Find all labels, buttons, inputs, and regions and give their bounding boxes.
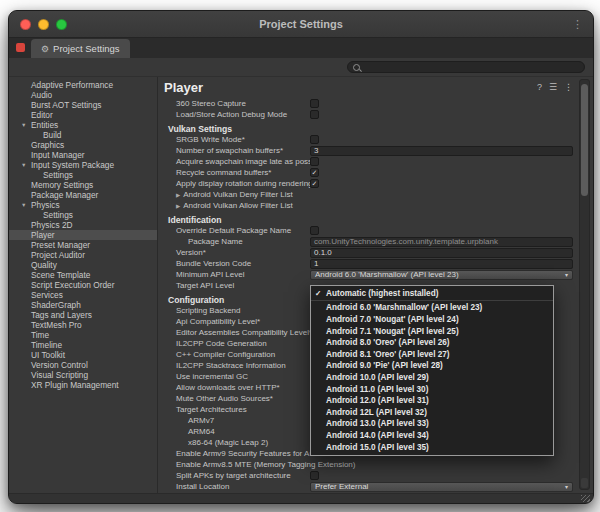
- popup-item-android-6-0-marshmallow-api-level-23[interactable]: Android 6.0 'Marshmallow' (API level 23): [311, 302, 553, 314]
- sidebar-item-xr-plugin-management[interactable]: XR Plugin Management: [9, 380, 157, 390]
- setting-label-text: Scripting Backend: [176, 306, 240, 315]
- foldout-open-icon[interactable]: ▼: [21, 162, 31, 168]
- text-field-version[interactable]: 0.1.0: [310, 248, 573, 258]
- sidebar-item-label: Adaptive Performance: [31, 80, 113, 90]
- text-field-number-of-swapchain-buffers[interactable]: 3: [310, 146, 573, 156]
- sidebar-item-tags-and-layers[interactable]: Tags and Layers: [9, 310, 157, 320]
- sidebar-item-ui-toolkit[interactable]: UI Toolkit: [9, 350, 157, 360]
- sidebar-item-project-auditor[interactable]: Project Auditor: [9, 250, 157, 260]
- sidebar-item-preset-manager[interactable]: Preset Manager: [9, 240, 157, 250]
- popup-item-android-10-0-api-level-29[interactable]: Android 10.0 (API level 29): [311, 372, 553, 384]
- sidebar-item-entities[interactable]: ▼Entities: [9, 120, 157, 130]
- checkbox-unchecked[interactable]: [310, 226, 319, 235]
- foldout-closed-icon[interactable]: ▶: [176, 192, 180, 198]
- sidebar: Adaptive PerformanceAudioBurst AOT Setti…: [9, 77, 158, 493]
- sidebar-item-audio[interactable]: Audio: [9, 90, 157, 100]
- popup-item-android-8-1-oreo-api-level-27[interactable]: Android 8.1 'Oreo' (API level 27): [311, 348, 553, 360]
- checkbox-unchecked[interactable]: [310, 110, 319, 119]
- zoom-button[interactable]: [56, 19, 67, 30]
- foldout-closed-icon[interactable]: ▶: [176, 203, 180, 209]
- popup-item-automatic-highest-installed[interactable]: ✓Automatic (highest installed): [311, 288, 553, 300]
- setting-label-text: Identification: [168, 215, 221, 225]
- popup-item-android-9-0-pie-api-level-28[interactable]: Android 9.0 'Pie' (API level 28): [311, 360, 553, 372]
- setting-label: Vulkan Settings: [164, 124, 573, 134]
- sidebar-item-package-manager[interactable]: Package Manager: [9, 190, 157, 200]
- sidebar-item-memory-settings[interactable]: Memory Settings: [9, 180, 157, 190]
- sidebar-item-label: Scene Template: [31, 270, 90, 280]
- help-icon[interactable]: ?: [537, 82, 542, 92]
- search-box[interactable]: [347, 61, 585, 73]
- row-override-default-package-name: Override Default Package Name: [164, 225, 573, 236]
- sidebar-item-textmesh-pro[interactable]: TextMesh Pro: [9, 320, 157, 330]
- sidebar-item-player[interactable]: Player: [9, 230, 157, 240]
- foldout-open-icon[interactable]: ▼: [21, 202, 31, 208]
- window-menu-icon[interactable]: ⋮: [572, 18, 583, 31]
- text-field-bundle-version-code[interactable]: 1: [310, 259, 573, 269]
- sidebar-item-version-control[interactable]: Version Control: [9, 360, 157, 370]
- popup-item-android-15-0-api-level-35[interactable]: Android 15.0 (API level 35): [311, 441, 553, 453]
- sidebar-item-settings[interactable]: Settings: [9, 170, 157, 180]
- foldout-open-icon[interactable]: ▼: [21, 122, 31, 128]
- sidebar-item-services[interactable]: Services: [9, 290, 157, 300]
- checkbox-checked[interactable]: ✓: [310, 168, 319, 177]
- sidebar-item-scene-template[interactable]: Scene Template: [9, 270, 157, 280]
- setting-label-text: Android Vulkan Allow Filter List: [183, 201, 293, 210]
- checkbox-unchecked[interactable]: [310, 135, 319, 144]
- page-title: Player: [164, 80, 537, 95]
- sidebar-item-build[interactable]: Build: [9, 130, 157, 140]
- sidebar-item-label: Settings: [43, 170, 73, 180]
- sidebar-item-time[interactable]: Time: [9, 330, 157, 340]
- sidebar-item-quality[interactable]: Quality: [9, 260, 157, 270]
- sidebar-item-label: Audio: [31, 90, 52, 100]
- setting-label[interactable]: ▶Android Vulkan Allow Filter List: [164, 201, 310, 210]
- sidebar-item-burst-aot-settings[interactable]: Burst AOT Settings: [9, 100, 157, 110]
- popup-item-android-8-0-oreo-api-level-26[interactable]: Android 8.0 'Oreo' (API level 26): [311, 337, 553, 349]
- popup-item-android-7-1-nougat-api-level-25[interactable]: Android 7.1 'Nougat' (API level 25): [311, 325, 553, 337]
- minimize-button[interactable]: [38, 19, 49, 30]
- window-title: Project Settings: [9, 18, 593, 30]
- popup-item-android-14-0-api-level-34[interactable]: Android 14.0 (API level 34): [311, 430, 553, 442]
- checkbox-unchecked[interactable]: [310, 471, 319, 480]
- sidebar-item-editor[interactable]: Editor: [9, 110, 157, 120]
- preset-icon[interactable]: ☰: [549, 82, 557, 92]
- sidebar-item-visual-scripting[interactable]: Visual Scripting: [9, 370, 157, 380]
- sidebar-item-timeline[interactable]: Timeline: [9, 340, 157, 350]
- popup-item-android-7-0-nougat-api-level-24[interactable]: Android 7.0 'Nougat' (API level 24): [311, 314, 553, 326]
- dropdown-minimum-api-level[interactable]: Android 6.0 'Marshmallow' (API level 23)…: [310, 270, 573, 280]
- sidebar-item-settings[interactable]: Settings: [9, 210, 157, 220]
- vertical-scrollbar[interactable]: [579, 79, 590, 490]
- popup-item-android-11-0-api-level-30[interactable]: Android 11.0 (API level 30): [311, 383, 553, 395]
- checkbox-unchecked[interactable]: [310, 157, 319, 166]
- sidebar-item-script-execution-order[interactable]: Script Execution Order: [9, 280, 157, 290]
- tab-project-settings[interactable]: ⚙ Project Settings: [31, 39, 130, 58]
- text-field-package-name[interactable]: com.UnityTechnologies.com.unity.template…: [310, 237, 573, 247]
- popup-item-android-13-0-api-level-33[interactable]: Android 13.0 (API level 33): [311, 418, 553, 430]
- sidebar-item-physics-2d[interactable]: Physics 2D: [9, 220, 157, 230]
- sidebar-item-label: Burst AOT Settings: [31, 100, 101, 110]
- close-button[interactable]: [20, 19, 31, 30]
- titlebar[interactable]: Project Settings ⋮: [9, 11, 593, 38]
- checkbox-checked[interactable]: ✓: [310, 179, 319, 188]
- sidebar-item-physics[interactable]: ▼Physics: [9, 200, 157, 210]
- context-menu-icon[interactable]: ⋮: [564, 82, 573, 92]
- setting-label[interactable]: ▶Android Vulkan Deny Filter List: [164, 190, 310, 199]
- sidebar-item-adaptive-performance[interactable]: Adaptive Performance: [9, 80, 157, 90]
- popup-item-android-12l-api-level-32[interactable]: Android 12L (API level 32): [311, 406, 553, 418]
- sidebar-item-graphics[interactable]: Graphics: [9, 140, 157, 150]
- search-icon: [353, 64, 360, 71]
- sidebar-item-shadergraph[interactable]: ShaderGraph: [9, 300, 157, 310]
- setting-control: Android 6.0 'Marshmallow' (API level 23)…: [310, 270, 573, 280]
- settings-rows: 360 Stereo CaptureLoad/Store Action Debu…: [164, 98, 593, 492]
- checkbox-unchecked[interactable]: [310, 99, 319, 108]
- resize-grip[interactable]: [581, 495, 590, 502]
- sidebar-item-label: Timeline: [31, 340, 62, 350]
- scrollbar-thumb[interactable]: [581, 84, 588, 196]
- sidebar-item-input-manager[interactable]: Input Manager: [9, 150, 157, 160]
- setting-label: Version*: [164, 248, 310, 257]
- popup-item-android-12-0-api-level-31[interactable]: Android 12.0 (API level 31): [311, 395, 553, 407]
- dropdown-install-location[interactable]: Prefer External▾: [310, 482, 573, 492]
- row-android-vulkan-allow-filter-list: ▶Android Vulkan Allow Filter List: [164, 200, 573, 211]
- sidebar-item-input-system-package[interactable]: ▼Input System Package: [9, 160, 157, 170]
- search-input[interactable]: [364, 63, 579, 72]
- setting-label: Target API Level: [164, 281, 310, 290]
